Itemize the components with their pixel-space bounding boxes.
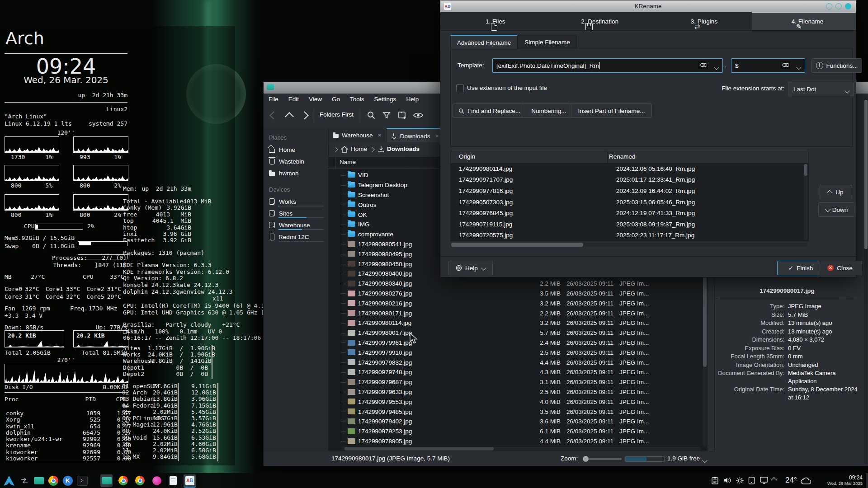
file-row[interactable]: 1742990979832.jpg 4.4 MiB 26/03/2025 09:… [328, 357, 708, 367]
search-icon[interactable] [367, 111, 376, 120]
brightness-icon[interactable] [736, 477, 744, 484]
file-row[interactable]: 1742990980216.jpg 3.2 MiB 26/03/2025 09:… [328, 298, 708, 308]
file-row[interactable]: 1742990979485.jpg 3.5 MiB 26/03/2025 09:… [328, 407, 708, 417]
horizontal-scrollbar-handle[interactable] [344, 447, 494, 450]
preview-row[interactable]: 1742990971707.jpg 2025:01:17 12:33:41_Rm… [451, 174, 804, 186]
place-item[interactable]: hwmon [264, 167, 328, 179]
clock[interactable]: 09:24 Wed, 26 Mar 2025 [818, 474, 863, 486]
menu-item[interactable]: Settings [369, 94, 401, 105]
file-row[interactable]: 1742990980276.jpg 3.5 MiB 26/03/2025 09:… [328, 289, 708, 299]
zoom-slider-handle[interactable] [583, 456, 589, 462]
device-item[interactable]: Sites [264, 207, 328, 219]
launcher-kde-icon[interactable]: K [61, 474, 74, 487]
move-up-button[interactable]: Up [820, 185, 852, 199]
maximize-button[interactable] [835, 3, 842, 9]
dolphin-tab[interactable]: Warehouse × [328, 128, 387, 142]
task-krename[interactable]: AB [184, 474, 196, 488]
find-replace-button[interactable]: Find and Replace... [453, 103, 526, 118]
task-text-editor[interactable] [167, 474, 179, 487]
preview-vscrollbar[interactable] [804, 164, 807, 240]
place-item[interactable]: Wastebin [264, 155, 328, 167]
step-tab[interactable]: 2. Destination [544, 12, 648, 30]
launcher-transfer-icon[interactable] [18, 474, 30, 487]
tray-expand-icon[interactable] [771, 477, 777, 483]
file-row[interactable]: 1742990978905.jpg 4.4 MiB 26/03/2025 09:… [328, 436, 708, 446]
insert-part-button[interactable]: Insert Part of Filename... [571, 103, 652, 118]
preview-row[interactable]: 1742990976845.jpg 2024:12:19 07:41:33_Rm… [451, 207, 804, 219]
tab-close-icon[interactable]: × [378, 131, 382, 139]
place-item[interactable]: Home [264, 144, 328, 155]
display-icon[interactable] [760, 477, 768, 484]
file-row[interactable]: 1742990979748.jpg 4.3 MiB 26/03/2025 09:… [328, 367, 708, 377]
column-header-name[interactable]: Name [340, 159, 356, 165]
step-tab[interactable]: 3. Plugins [648, 12, 752, 30]
dolphin-tab[interactable]: Downloads × [387, 128, 444, 143]
cloud-icon[interactable] [800, 477, 812, 485]
horizontal-scrollbar[interactable] [342, 447, 701, 450]
file-row[interactable]: 1742990980017.jpg 5.7 MiB 26/03/2025 09:… [328, 328, 708, 338]
home-icon[interactable] [341, 146, 348, 153]
preview-row[interactable]: 1742990719115.jpg 2025:03:08 09:19:37_Rm… [451, 219, 804, 230]
preview-row[interactable]: 1742990977816.jpg 2024:12:09 16:44:02_Rm… [451, 185, 804, 197]
file-row[interactable]: 1742990979253.jpg 6.1 MiB 26/03/2025 09:… [328, 427, 708, 436]
menu-item[interactable]: View [304, 94, 327, 105]
menu-item[interactable]: Go [327, 94, 345, 105]
clipboard-icon[interactable] [712, 477, 718, 484]
device-item[interactable]: Works [264, 196, 328, 207]
task-dolphin[interactable] [100, 474, 113, 487]
file-row[interactable]: 1742990979910.jpg 2.5 MiB 26/03/2025 09:… [328, 347, 708, 357]
new-folder-icon[interactable] [397, 110, 407, 120]
show-desktop-strip[interactable] [866, 473, 868, 488]
menu-item[interactable]: Help [401, 94, 424, 105]
device-item[interactable]: Redmi 12C [264, 231, 328, 243]
tab-simple-filename[interactable]: Simple Filename [518, 35, 577, 49]
file-row[interactable]: 1742990979402.jpg 3.6 MiB 26/03/2025 09:… [328, 417, 708, 427]
file-row[interactable]: 1742990980114.jpg 3.2 MiB 26/03/2025 09:… [328, 318, 708, 328]
preview-row[interactable]: 1742990980114.jpg 2024:12:06 05:16:40_Rm… [451, 163, 804, 174]
sort-mode-button[interactable]: Folders First [320, 111, 354, 118]
help-button[interactable]: Help [448, 261, 493, 275]
krename-titlebar[interactable]: AB KRename [440, 0, 856, 12]
breadcrumb-home[interactable]: Home [351, 145, 367, 152]
menu-item[interactable]: Tools [345, 94, 369, 105]
up-icon[interactable] [285, 112, 294, 121]
tab-advanced-filename[interactable]: Advanced Filename [450, 35, 518, 49]
preview-hscrollbar-handle[interactable] [451, 243, 583, 247]
forward-icon[interactable] [300, 111, 308, 119]
task-chrome-1[interactable] [117, 474, 129, 487]
finish-button[interactable]: ✓ Finish [777, 261, 824, 275]
column-renamed[interactable]: Renamed [604, 151, 636, 163]
back-icon[interactable] [269, 111, 278, 119]
info-scrollbar-handle[interactable] [864, 100, 868, 249]
close-dialog-button[interactable]: ✕ Close [818, 261, 862, 275]
file-row[interactable]: 1742990980171.jpg 2.2 MiB 26/03/2025 09:… [328, 308, 708, 318]
filter-icon[interactable] [382, 111, 391, 120]
ext-starts-dropdown[interactable]: Last Dot [788, 82, 854, 96]
file-row[interactable]: 1742990979633.jpg 2.5 MiB 26/03/2025 09:… [328, 387, 708, 397]
menu-item[interactable]: File [264, 94, 283, 105]
preview-row[interactable]: 1742990507303.jpg 2025:03:15 06:05:46_Rm… [451, 197, 804, 208]
numbering-button[interactable]: Numbering... [522, 103, 576, 118]
preview-hscrollbar[interactable] [450, 243, 808, 247]
step-tab[interactable]: 1. Files [440, 12, 544, 30]
minimize-button[interactable] [826, 3, 832, 9]
weather-temp[interactable]: 24° [785, 476, 797, 485]
tablet-icon[interactable] [748, 477, 755, 484]
file-row[interactable]: 1742990980340.jpg 2.2 MiB 26/03/2025 09:… [328, 279, 708, 289]
app-launcher-button[interactable] [3, 474, 15, 487]
clear-text-icon[interactable]: ⌫ [698, 61, 708, 69]
file-row[interactable]: 1742990979553.jpg 4.0 MiB 26/03/2025 09:… [328, 397, 708, 407]
extension-input[interactable]: $ ⌫ [731, 58, 805, 73]
close-button[interactable] [845, 3, 851, 9]
launcher-chrome-icon[interactable] [47, 474, 59, 487]
launcher-files-icon[interactable] [33, 474, 45, 487]
preview-vscrollbar-handle[interactable] [804, 164, 807, 176]
chevron-down-icon[interactable] [715, 64, 718, 70]
launcher-terminal-icon[interactable]: > [76, 474, 88, 487]
use-extension-checkbox[interactable] [456, 84, 464, 92]
volume-icon[interactable] [724, 477, 732, 484]
chevron-right-icon[interactable] [333, 147, 338, 152]
task-media-app[interactable] [151, 474, 163, 487]
clear-text-icon[interactable]: ⌫ [780, 61, 790, 69]
task-chrome-2[interactable] [134, 474, 146, 487]
